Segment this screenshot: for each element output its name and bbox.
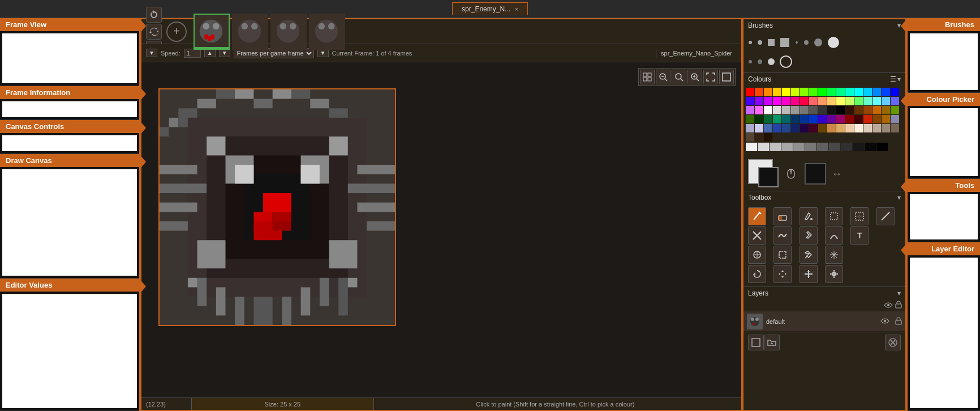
toggle-view-btn[interactable] bbox=[719, 70, 734, 84]
colour-swatch-63[interactable] bbox=[854, 115, 863, 123]
colours-menu-icon[interactable]: ☰ bbox=[890, 75, 896, 83]
colour-swatch-34[interactable] bbox=[746, 106, 754, 114]
colour-swatch-5[interactable] bbox=[791, 88, 800, 96]
speed-up[interactable]: ▲ bbox=[204, 49, 216, 57]
grey-swatch-11[interactable] bbox=[876, 143, 888, 151]
colour-swatch-25[interactable] bbox=[818, 97, 827, 105]
colour-swatch-2[interactable] bbox=[764, 88, 772, 96]
colour-swatch-53[interactable] bbox=[764, 115, 772, 123]
colour-swatch-70[interactable] bbox=[764, 124, 772, 132]
colour-swatch-59[interactable] bbox=[818, 115, 827, 123]
colour-swatch-74[interactable] bbox=[800, 124, 809, 132]
grey-swatch-1[interactable] bbox=[758, 143, 769, 151]
brush-dot-8[interactable] bbox=[827, 36, 840, 49]
layer-default[interactable]: default bbox=[743, 312, 905, 332]
colour-swatch-31[interactable] bbox=[872, 97, 881, 105]
layers-lock-icon[interactable] bbox=[895, 301, 902, 310]
colour-swatch-76[interactable] bbox=[818, 124, 827, 132]
resize-tool[interactable] bbox=[800, 265, 818, 283]
colour-swatch-83[interactable] bbox=[882, 124, 890, 132]
colour-swatch-47[interactable] bbox=[863, 106, 872, 114]
colour-swatch-51[interactable] bbox=[746, 115, 754, 123]
colours-header[interactable]: Colours ☰ ▾ bbox=[743, 73, 905, 85]
colour-swatch-55[interactable] bbox=[782, 115, 790, 123]
frames-chevron[interactable]: ▼ bbox=[317, 49, 329, 57]
colour-swatch-6[interactable] bbox=[800, 88, 809, 96]
brush-dot-10[interactable] bbox=[757, 59, 763, 65]
fit-canvas-btn[interactable] bbox=[703, 70, 718, 84]
grey-swatch-3[interactable] bbox=[781, 143, 793, 151]
colour-swatch-73[interactable] bbox=[791, 124, 800, 132]
colour-swatch-23[interactable] bbox=[800, 97, 809, 105]
colour-swatch-61[interactable] bbox=[836, 115, 845, 123]
colour-swatch-1[interactable] bbox=[755, 88, 763, 96]
colour-swatch-24[interactable] bbox=[809, 97, 818, 105]
secondary-swatch-display[interactable] bbox=[805, 163, 826, 185]
colour-swatch-10[interactable] bbox=[836, 88, 845, 96]
colour-swatch-71[interactable] bbox=[773, 124, 781, 132]
zoom-reset-btn[interactable] bbox=[672, 70, 686, 84]
speed-input[interactable] bbox=[184, 49, 201, 58]
brush-dot-12[interactable] bbox=[780, 55, 792, 68]
colour-swatch-39[interactable] bbox=[791, 106, 800, 114]
colour-swatch-60[interactable] bbox=[827, 115, 836, 123]
colour-swatch-80[interactable] bbox=[854, 124, 863, 132]
add-frame-button[interactable]: + bbox=[166, 22, 187, 42]
colour-swatch-11[interactable] bbox=[845, 88, 854, 96]
text-tool[interactable]: T bbox=[850, 226, 869, 245]
colour-swatch-62[interactable] bbox=[845, 115, 854, 123]
colour-swatch-38[interactable] bbox=[782, 106, 790, 114]
secondary-colour-swatch[interactable] bbox=[758, 167, 779, 187]
transform-tool[interactable] bbox=[825, 265, 843, 283]
brush-dot-4[interactable] bbox=[780, 37, 790, 48]
grey-swatch-9[interactable] bbox=[853, 143, 864, 151]
pencil-tool[interactable] bbox=[748, 207, 766, 225]
frame-thumb-1[interactable] bbox=[194, 14, 230, 50]
colour-swatch-17[interactable] bbox=[746, 97, 754, 105]
brushes-header[interactable]: Brushes ▾ bbox=[743, 19, 905, 32]
colour-swatch-65[interactable] bbox=[872, 115, 881, 123]
sprite-tab[interactable]: spr_Enemy_N... × bbox=[452, 2, 528, 15]
colour-swatch-45[interactable] bbox=[845, 106, 854, 114]
move-tool[interactable] bbox=[773, 265, 792, 283]
brush-dot-5[interactable] bbox=[794, 40, 799, 45]
colour-swatch-36[interactable] bbox=[764, 106, 772, 114]
pixel-canvas[interactable] bbox=[160, 89, 395, 325]
zoom-out-btn[interactable] bbox=[656, 70, 670, 84]
frame-thumb-3[interactable] bbox=[270, 14, 307, 50]
colour-swatch-67[interactable] bbox=[891, 115, 899, 123]
colour-swatch-28[interactable] bbox=[845, 97, 854, 105]
select-rect-tool[interactable] bbox=[825, 207, 843, 225]
colour-swatch-66[interactable] bbox=[882, 115, 890, 123]
colour-swatch-12[interactable] bbox=[854, 88, 863, 96]
colour-swatch-40[interactable] bbox=[800, 106, 809, 114]
colour-swatch-52[interactable] bbox=[755, 115, 763, 123]
loop-icon[interactable] bbox=[146, 24, 162, 40]
layer-visibility-btn[interactable] bbox=[880, 318, 889, 326]
frame-thumb-4[interactable] bbox=[309, 14, 345, 50]
colour-swatch-78[interactable] bbox=[836, 124, 845, 132]
colour-swatch-43[interactable] bbox=[827, 106, 836, 114]
colour-swatch-33[interactable] bbox=[891, 97, 899, 105]
brush-dot-3[interactable] bbox=[767, 38, 775, 46]
colour-swatch-48[interactable] bbox=[872, 106, 881, 114]
colour-swatch-37[interactable] bbox=[773, 106, 781, 114]
colour-swatch-77[interactable] bbox=[827, 124, 836, 132]
colour-swatch-79[interactable] bbox=[845, 124, 854, 132]
new-layer-btn[interactable] bbox=[748, 335, 764, 350]
colour-swatch-85[interactable] bbox=[746, 133, 754, 142]
colour-swatch-20[interactable] bbox=[773, 97, 781, 105]
colour-swatch-0[interactable] bbox=[746, 88, 754, 96]
rotate-icon[interactable] bbox=[146, 7, 162, 23]
colour-swatch-4[interactable] bbox=[782, 88, 790, 96]
grey-swatch-6[interactable] bbox=[817, 143, 828, 151]
colour-swatch-42[interactable] bbox=[818, 106, 827, 114]
arc-tool[interactable] bbox=[825, 226, 843, 245]
colour-swatch-54[interactable] bbox=[773, 115, 781, 123]
colour-swatch-22[interactable] bbox=[791, 97, 800, 105]
colour-swatch-26[interactable] bbox=[827, 97, 836, 105]
colour-swatch-35[interactable] bbox=[755, 106, 763, 114]
fill-tool[interactable] bbox=[800, 207, 818, 225]
colour-swatch-44[interactable] bbox=[836, 106, 845, 114]
grey-swatch-7[interactable] bbox=[829, 143, 840, 151]
